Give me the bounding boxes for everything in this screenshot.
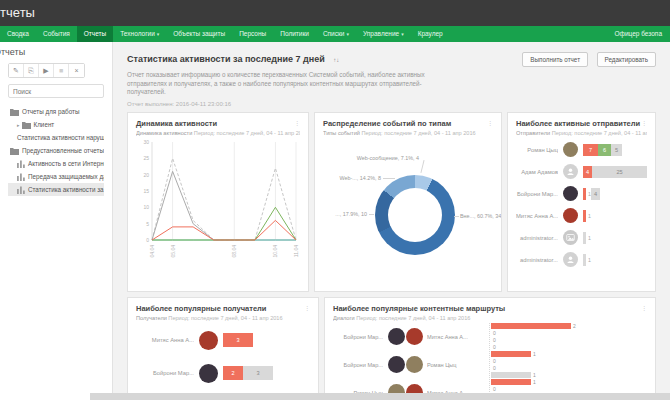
panel-menu-icon[interactable]: ⋮ [487,119,493,128]
bar-value: 0 [493,337,496,343]
main-nav: СводкаСобытияОтчетыТехнологии▾Объекты за… [0,26,670,42]
svg-text:05.04: 05.04 [170,244,176,257]
receiver-row[interactable]: Бойрони Мар...23 [136,357,310,390]
nav-item-5[interactable]: Персоны [232,26,273,42]
row-label: Адам Адамов [516,169,558,175]
panel-menu-icon[interactable]: ⋮ [294,119,300,128]
sender-row[interactable]: Роман Цыц765 [516,139,647,161]
expand-arrow-icon[interactable]: ▸ [17,122,20,128]
donut-slice-label: Вне..., 60.7%, 34 [460,213,501,219]
nav-item-7[interactable]: Списки▾ [316,26,356,42]
horizontal-scrollbar[interactable] [90,393,670,400]
edit-icon[interactable]: ✎ [9,64,24,77]
sender-row[interactable]: administrator...1 [516,249,647,271]
route-mini-bar: 0 [491,337,647,343]
chevron-down-icon: ▾ [157,31,160,37]
route-mini-bar: 2 [491,323,647,329]
avatar [388,328,405,345]
donut-slice-label: ..., 17.9%, 10 [323,211,367,217]
row-label: Роман Цыц [516,147,558,153]
delete-icon[interactable]: × [69,64,84,77]
event-types-donut-chart: Web-сообщение, 7.1%, 4Вне..., 60.7%, 34.… [323,139,493,279]
nav-item-8[interactable]: Управление▾ [356,26,411,42]
tree-item-0[interactable]: Отчеты для работы [8,105,104,118]
sender-row[interactable]: Бойрони Мар...14 [516,183,647,205]
bar-segment [583,210,586,222]
tree-item-1[interactable]: ▸Клиент [8,118,104,131]
route-row[interactable]: Бойрони Мар...Роман Цыц1001 [333,352,647,378]
bar-segments: 1 [583,210,591,222]
sender-row[interactable]: administrator...1 [516,227,647,249]
bar-segment: 5 [611,144,622,156]
bar-segment [491,351,531,357]
row-label: Митяс Анна А... [516,213,558,219]
panel-subtitle: Отправители [516,130,550,136]
panel-subtitle: Типы событий [323,130,360,136]
bar-segment [491,323,571,329]
panel-menu-icon[interactable]: ⋮ [641,304,647,313]
avatar [563,186,578,201]
bar-value: 0 [493,358,496,364]
nav-item-6[interactable]: Политики [273,26,316,42]
nav-item-0[interactable]: Сводка [0,26,36,42]
user-menu[interactable]: Офицер безопа [615,26,663,42]
bar-segment: 3 [243,366,273,380]
panel-period: Период: последние 7 дней, 04 - 11 апр 20… [168,315,282,321]
tree-item-4[interactable]: Активность в сети Интернет за по... [8,157,104,170]
avatar [406,328,423,345]
search-input[interactable] [8,84,104,98]
nav-items: СводкаСобытияОтчетыТехнологии▾Объекты за… [0,26,450,42]
avatar [563,164,578,179]
avatar [563,230,578,245]
run-icon[interactable]: ▶ [39,64,54,77]
nav-item-9[interactable]: Краулер [411,26,450,42]
donut-label-connector [383,178,395,179]
sender-row[interactable]: Митяс Анна А...1 [516,205,647,227]
report-view: Статистика активности за последние 7 дне… [113,42,670,400]
report-icon [17,160,25,168]
route-mini-bar: 1 [491,379,647,385]
receiver-row[interactable]: Митяс Анна А...3 [136,324,310,357]
nav-item-2[interactable]: Отчеты [77,26,113,42]
panel-period: Период: последние 7 дней, 04 - 11 апр 20… [356,315,470,321]
svg-text:20: 20 [143,171,149,177]
bar-segment: 4 [591,188,600,200]
tree-item-2[interactable]: Статистика активности нарушителе... [8,131,104,144]
panel-menu-icon[interactable]: ⋮ [641,119,647,128]
app-window: Отчеты СводкаСобытияОтчетыТехнологии▾Объ… [0,0,670,400]
top-senders-list: Роман Цыц765Адам Адамов425Бойрони Мар...… [516,139,647,271]
tree-item-5[interactable]: Передача защищаемых данных ... [8,170,104,183]
svg-text:0: 0 [146,237,149,243]
bar-segment: 4 [583,166,592,178]
svg-text:10: 10 [143,204,149,210]
tree-item-6[interactable]: Статистика активности за послед... [8,183,104,196]
stop-icon[interactable]: ■ [54,64,69,77]
tree-item-label: Клиент [34,121,55,128]
tree-item-3[interactable]: Предустановленные отчеты [8,144,104,157]
panel-menu-icon[interactable]: ⋮ [304,304,310,313]
nav-item-4[interactable]: Объекты защиты [166,26,232,42]
route-row[interactable]: Бойрони Мар...Митяс Анна А...2000 [333,324,647,350]
avatar [388,356,405,373]
tree-item-label: Активность в сети Интернет за по... [28,160,104,167]
panel-title: Наиболее активные отправители [516,119,640,128]
nav-item-1[interactable]: События [36,26,77,42]
edit-report-button[interactable]: Редактировать [597,52,657,67]
copy-icon[interactable]: ⎘ [24,64,39,77]
run-report-button[interactable]: Выполнить отчет [522,52,588,67]
sort-icon[interactable]: ↑↓ [333,57,339,63]
bar-segment: 25 [592,166,647,178]
bar-segments: 765 [583,144,622,156]
bar-segments: 14 [583,188,600,200]
bar-segment [491,379,531,385]
folder-icon [10,108,19,116]
chevron-down-icon: ▾ [346,31,349,37]
route-mini-bar: 1 [491,372,647,378]
svg-text:04.04: 04.04 [149,244,155,257]
bar-segments: 1 [583,254,591,266]
bar-segment [583,254,586,266]
sender-row[interactable]: Адам Адамов425 [516,161,647,183]
nav-item-3[interactable]: Технологии▾ [113,26,166,42]
page-title: Статистика активности за последние 7 дне… [127,54,325,64]
panel-period: Период: последние 7 дней, 04 - 11 апр 20… [361,130,475,136]
